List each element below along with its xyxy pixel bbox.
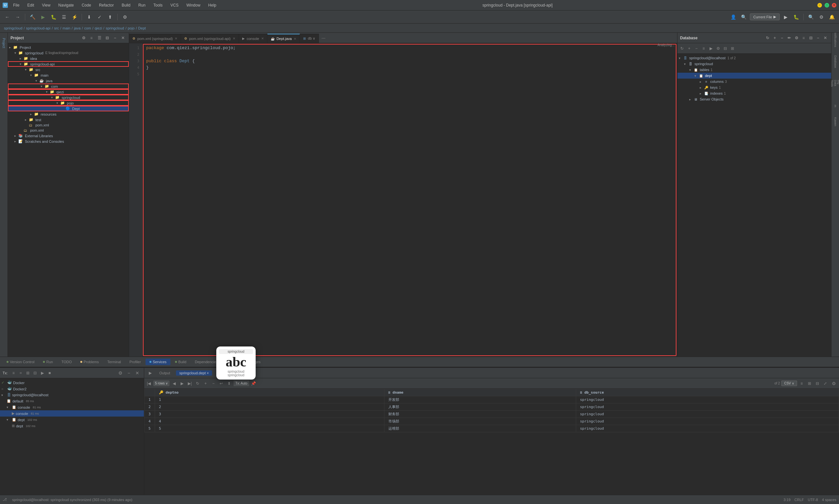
dbr-transpose[interactable]: ⊞ <box>806 380 813 387</box>
db-settings-btn[interactable]: ⚙ <box>793 35 800 41</box>
db-tb-settings[interactable]: ⚙ <box>715 45 721 52</box>
vcs-commit-button[interactable]: ✓ <box>95 13 104 22</box>
editor-code-area[interactable]: package com.qiezi.springcloud.pojo; publ… <box>142 43 677 357</box>
status-line-ending[interactable]: CRLF <box>794 498 804 502</box>
db-close-btn[interactable]: ✕ <box>822 35 828 41</box>
dbr-fullscreen[interactable]: ⤢ <box>822 380 828 387</box>
breadcrumb-src[interactable]: src <box>54 26 59 30</box>
tab-todo[interactable]: TODO <box>57 359 76 365</box>
tab-build[interactable]: Build <box>171 359 190 365</box>
close-button[interactable]: ✕ <box>832 3 836 7</box>
project-layout-btn[interactable]: ≡ <box>88 35 95 41</box>
menu-tools[interactable]: Tools <box>152 2 164 8</box>
menu-vcs[interactable]: VCS <box>169 2 180 8</box>
tree-item-springcloud-root[interactable]: ▾ 📁 springcloud E:\logback\springcloud <box>8 50 129 56</box>
breadcrumb-main[interactable]: main <box>63 26 70 30</box>
db-layout-btn[interactable]: ≡ <box>800 35 807 41</box>
db-output-tab[interactable]: Output <box>156 371 173 376</box>
table-row[interactable]: 5 5 运维部 springcloud <box>144 425 839 432</box>
run-button[interactable]: ▶ <box>38 13 48 22</box>
dbr-pin[interactable]: 📌 <box>250 380 257 387</box>
dbr-view-toggle[interactable]: ⊟ <box>814 380 821 387</box>
tab-close-dept[interactable]: ✕ <box>294 37 296 41</box>
settings-gear[interactable]: ⚙ <box>817 13 826 22</box>
breadcrumb-com[interactable]: com <box>84 26 91 30</box>
status-encoding[interactable]: UTF-8 <box>808 498 818 502</box>
tab-version-control[interactable]: Version Control <box>3 359 38 365</box>
col-dname-header[interactable]: ≡ dname <box>384 389 576 396</box>
svc-dept-child[interactable]: ⊞ dept 102 ms <box>0 423 144 429</box>
maximize-button[interactable]: □ <box>825 3 829 7</box>
rows-per-page-select[interactable]: 5 rows ∨ <box>153 380 170 386</box>
breadcrumb-springcloud2[interactable]: springcloud <box>106 26 124 30</box>
db-tb-sql[interactable]: ▶ <box>707 45 714 52</box>
tab-services[interactable]: Services <box>145 359 171 365</box>
maven-tab[interactable]: m <box>832 102 839 110</box>
project-collapse-btn[interactable]: − <box>112 35 118 41</box>
menu-edit[interactable]: Edit <box>26 2 35 8</box>
svc-tb-1[interactable]: ≡ <box>10 370 17 376</box>
svc-tb-4[interactable]: ⊟ <box>32 370 38 376</box>
tree-item-pom-api[interactable]: ▸ 🗂 pom.xml <box>8 123 129 128</box>
svc-console-child[interactable]: ▶ console 81 ms <box>0 410 144 417</box>
db-collapse-btn[interactable]: − <box>815 35 821 41</box>
db-tables-item[interactable]: ▾ 📋 tables 1 <box>678 67 831 73</box>
menu-run[interactable]: Run <box>137 2 147 8</box>
tab-profiler[interactable]: Profiler <box>125 359 145 365</box>
tab-db[interactable]: ⊞ db ∨ <box>300 34 319 43</box>
svc-tb-3[interactable]: ⊞ <box>24 370 31 376</box>
dbr-prev-page[interactable]: ◀ <box>171 380 177 387</box>
db-refresh-btn[interactable]: ↻ <box>764 35 771 41</box>
table-row[interactable]: 3 3 财务部 springcloud <box>144 411 839 418</box>
table-row[interactable]: 2 2 人事部 springcloud <box>144 403 839 411</box>
settings-button[interactable]: ⚙ <box>120 13 129 22</box>
db-columns-item[interactable]: ▸ ≡ columns 3 <box>678 78 831 85</box>
tab-close-pom-api[interactable]: ✕ <box>233 37 235 40</box>
tree-item-project[interactable]: ▸ 📁 Project <box>8 44 129 50</box>
kawen-tab[interactable]: Kawen <box>832 118 839 126</box>
db-tb-compare[interactable]: ⊞ <box>729 45 736 52</box>
tab-pom-api[interactable]: ⚙ pom.xml (springcloud-api) ✕ <box>181 34 239 43</box>
dbr-next-page[interactable]: ▶ <box>179 380 185 387</box>
tx-mode-select[interactable]: Tx: Auto <box>234 380 249 386</box>
menu-refactor[interactable]: Refactor <box>98 2 115 8</box>
dbr-col-settings[interactable]: ≡ <box>798 380 805 387</box>
dbr-settings[interactable]: ⚙ <box>830 380 838 388</box>
tree-item-scratches[interactable]: ▸ 📝 Scratches and Consoles <box>8 139 129 144</box>
svc-docker2[interactable]: ○ 🐳 Docker2 <box>0 386 144 392</box>
dbr-last-page[interactable]: ▶| <box>187 380 193 387</box>
notifications-button[interactable]: 🔔 <box>827 13 836 22</box>
tab-more-btn[interactable]: ⋯ <box>319 34 328 43</box>
breadcrumb-java[interactable]: java <box>74 26 81 30</box>
tab-close-pom-sc[interactable]: ✕ <box>175 37 177 40</box>
db-dept-item[interactable]: ▾ 📋 dept <box>678 73 831 78</box>
minimize-button[interactable]: − <box>817 3 822 7</box>
col-deptno-header[interactable]: 🔑 deptno <box>155 389 384 396</box>
svc-dept-parent[interactable]: ▾ 📋 dept 102 ms <box>0 417 144 423</box>
db-tb-filter[interactable]: ⊟ <box>722 45 729 52</box>
breadcrumb-pojo[interactable]: pojo <box>128 26 135 30</box>
tree-item-src[interactable]: ▾ 📁 src <box>8 67 129 72</box>
menu-window[interactable]: Window <box>185 2 202 8</box>
tree-item-springcloud-api[interactable]: ▾ 📁 springcloud-api <box>8 61 129 67</box>
status-position[interactable]: 3:19 <box>784 498 790 502</box>
tree-item-main[interactable]: ▾ 📁 main <box>8 72 129 78</box>
db-filter-btn[interactable]: ⊟ <box>807 35 814 41</box>
dbr-submit[interactable]: ⬆ <box>226 380 232 387</box>
tree-item-qiezi[interactable]: ▾ 📁 qiezi <box>8 89 129 95</box>
debug-config-button[interactable]: 🐛 <box>791 13 801 22</box>
project-filter-btn[interactable]: ⊟ <box>104 35 110 41</box>
svc-console-parent[interactable]: ▾ 📋 console 81 ms <box>0 404 144 410</box>
tree-item-dept[interactable]: ▸ 🔵 Dept <box>8 106 129 111</box>
vcs-update-button[interactable]: ⬇ <box>85 13 94 22</box>
tab-close-console[interactable]: ✕ <box>261 37 264 40</box>
db-springcloud-item[interactable]: ▾ 🗄 springcloud <box>678 61 831 67</box>
menu-view[interactable]: View <box>41 2 52 8</box>
search-everywhere-button[interactable]: 🔍 <box>806 13 816 22</box>
dbr-add-row[interactable]: + <box>202 380 209 387</box>
svc-tb-6[interactable]: ■ <box>46 370 53 376</box>
db-table-tab[interactable]: springcloud.dept × <box>176 371 212 376</box>
svc-docker[interactable]: ✓ 🐳 Docker <box>0 380 144 386</box>
profile-button[interactable]: ⚡ <box>70 13 79 22</box>
menu-file[interactable]: File <box>12 2 21 8</box>
